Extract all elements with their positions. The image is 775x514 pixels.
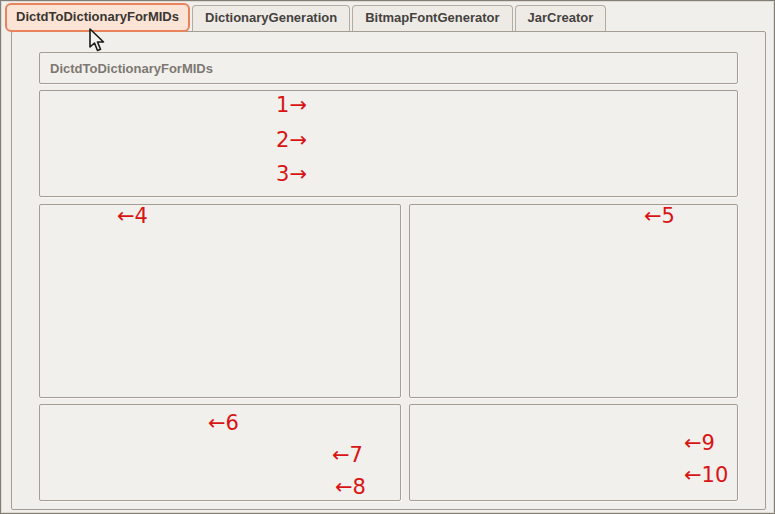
- annotation-4: ←4: [117, 205, 148, 227]
- annotation-8: ←8: [335, 476, 366, 498]
- tab-dictionarygeneration[interactable]: DictionaryGeneration: [192, 5, 350, 31]
- separator-panel: [409, 204, 738, 398]
- tab-jarcreator[interactable]: JarCreator: [515, 5, 607, 31]
- page-title-panel: DictdToDictionaryForMIDs: [39, 52, 738, 84]
- mouse-cursor-icon: [88, 28, 108, 54]
- annotation-9: ←9: [684, 432, 715, 454]
- annotation-6: ←6: [208, 412, 239, 434]
- annotation-5: ←5: [644, 205, 675, 227]
- fields-panel: [39, 90, 738, 197]
- annotation-2: 2→: [263, 129, 307, 151]
- encoding-panel: [39, 204, 401, 398]
- annotation-3: 3→: [263, 163, 307, 185]
- annotation-10: ←10: [684, 464, 728, 486]
- annotation-7: ←7: [332, 444, 363, 466]
- tab-bar: DictdToDictionaryForMIDs DictionaryGener…: [5, 3, 608, 31]
- page-title: DictdToDictionaryForMIDs: [50, 61, 213, 76]
- annotation-1: 1→: [263, 94, 307, 116]
- app-window: DictdToDictionaryForMIDs DictionaryGener…: [0, 0, 775, 514]
- tab-bitmapfontgenerator[interactable]: BitmapFontGenerator: [352, 5, 512, 31]
